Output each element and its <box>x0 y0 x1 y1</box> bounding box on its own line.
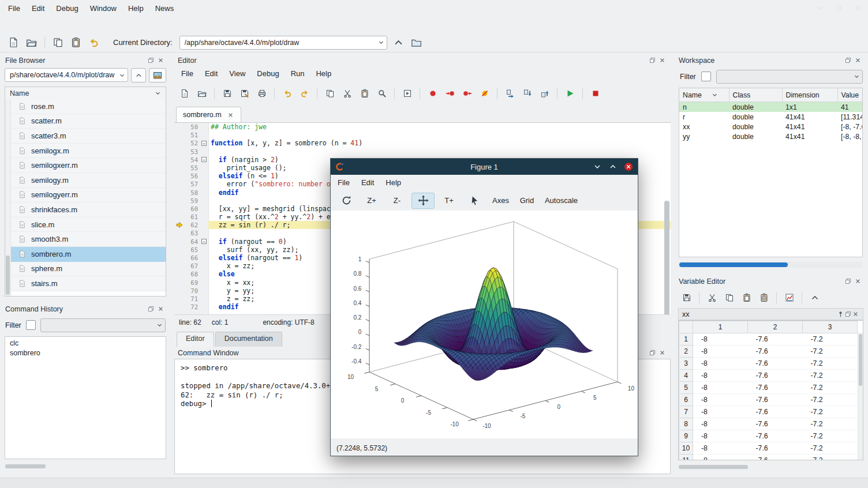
editor-menu-item-view[interactable]: View <box>223 66 251 81</box>
menu-item-debug[interactable]: Debug <box>50 1 84 16</box>
variable-cell[interactable]: -8 <box>693 382 748 394</box>
maximize-button[interactable] <box>835 3 844 13</box>
workspace-row[interactable]: xxdouble41x41[-8, -7.6 <box>679 122 862 132</box>
file-list-scrollbar[interactable] <box>5 99 11 296</box>
variable-cell[interactable]: -7.2 <box>803 358 858 370</box>
undock-button[interactable] <box>843 55 853 65</box>
editor-scrollbar[interactable] <box>664 195 669 296</box>
file-item[interactable]: semilogy.m <box>11 173 166 188</box>
row-header[interactable]: 4 <box>679 370 693 382</box>
paste-button[interactable] <box>68 35 84 50</box>
open-folder-button[interactable] <box>194 86 209 101</box>
scrollbar-handle[interactable] <box>679 262 788 267</box>
figure-titlebar[interactable]: Figure 1 <box>331 159 638 175</box>
step-button[interactable] <box>502 86 518 101</box>
redo-button[interactable] <box>297 86 312 101</box>
print-button[interactable] <box>254 86 270 101</box>
row-header[interactable]: 6 <box>679 394 693 406</box>
pan-tool[interactable] <box>411 193 435 209</box>
file-item[interactable]: sphere.m <box>11 262 166 277</box>
cut-button[interactable] <box>704 290 720 305</box>
row-header[interactable]: 2 <box>679 346 693 358</box>
variable-cell[interactable]: -8 <box>693 394 748 406</box>
workspace-column-header-value[interactable]: Value <box>837 88 862 102</box>
row-header[interactable]: 8 <box>679 418 693 430</box>
variable-cell[interactable]: -7.6 <box>748 358 803 370</box>
close-figure-button[interactable] <box>624 162 633 171</box>
variable-cell[interactable]: -7.6 <box>748 370 803 382</box>
undock-button[interactable] <box>648 55 657 65</box>
menu-item-edit[interactable]: Edit <box>26 1 50 16</box>
step-in-button[interactable] <box>519 86 535 101</box>
scrollbar-handle[interactable] <box>664 201 669 315</box>
variable-cell[interactable]: -7.6 <box>748 382 803 394</box>
fold-margin[interactable]: − <box>201 156 208 164</box>
breakpoint-next-button[interactable] <box>442 86 458 101</box>
variable-table-hscrollbar[interactable] <box>678 464 863 470</box>
workspace-filter-combobox[interactable] <box>716 70 863 84</box>
variable-cell[interactable]: -7.2 <box>803 346 858 358</box>
editor-menu-item-help[interactable]: Help <box>310 66 337 81</box>
close-panel-button[interactable] <box>853 55 863 65</box>
row-header[interactable]: 3 <box>679 358 693 370</box>
copy-button[interactable] <box>721 290 737 305</box>
variable-cell[interactable]: -7.6 <box>748 430 803 442</box>
variable-cell[interactable]: -7.2 <box>803 418 858 430</box>
save-button[interactable] <box>219 86 235 101</box>
fold-collapse-icon[interactable]: − <box>201 141 207 146</box>
tab-sombrero[interactable]: sombrero.m <box>176 107 241 122</box>
paste-button[interactable] <box>739 290 754 305</box>
figure-plot-canvas[interactable]: -10-50510-10-50510-0.4-0.200.20.40.60.81 <box>331 211 638 438</box>
variable-column-header[interactable]: 1 <box>693 321 748 333</box>
variable-column-header[interactable]: 3 <box>803 321 858 333</box>
workspace-row[interactable]: yydouble41x41[-8, -8, <box>679 132 862 141</box>
figure-window[interactable]: Figure 1 FileEditHelp Z+Z-T+AxesGridAuto… <box>330 158 638 456</box>
copy-button[interactable] <box>322 86 338 101</box>
undock-button[interactable] <box>146 55 156 65</box>
editor-menu-item-debug[interactable]: Debug <box>251 66 285 81</box>
variable-table-vscrollbar[interactable] <box>858 333 863 460</box>
variable-cell[interactable]: -8 <box>693 418 748 430</box>
variable-cell[interactable]: -7.6 <box>748 442 803 455</box>
workspace-scrollbar[interactable] <box>679 262 863 268</box>
select-tool[interactable] <box>463 193 485 208</box>
variable-cell[interactable]: -7.2 <box>803 455 858 461</box>
breakpoint-clear-button[interactable] <box>477 86 492 101</box>
open-folder-button[interactable] <box>24 35 39 50</box>
editor-menu-item-run[interactable]: Run <box>285 66 310 81</box>
variable-cell[interactable]: -7.6 <box>748 333 803 346</box>
minimize-button[interactable] <box>816 3 825 13</box>
row-header[interactable]: 1 <box>679 333 693 346</box>
fold-collapse-icon[interactable]: − <box>201 239 207 244</box>
workspace-row[interactable]: ndouble1x141 <box>679 102 862 112</box>
undock-button[interactable] <box>843 276 853 286</box>
file-item[interactable]: rose.m <box>11 99 166 114</box>
undock-button[interactable] <box>648 348 657 358</box>
close-tab-icon[interactable] <box>227 111 234 119</box>
workspace-column-header-class[interactable]: Class <box>729 88 782 102</box>
menu-item-news[interactable]: News <box>149 1 180 16</box>
row-header[interactable]: 10 <box>679 442 693 455</box>
fold-margin[interactable]: − <box>201 139 208 147</box>
variable-cell[interactable]: -8 <box>693 442 748 455</box>
row-header[interactable]: 9 <box>679 430 693 442</box>
undock-button[interactable] <box>146 304 156 314</box>
chevron-up-button[interactable] <box>391 35 406 50</box>
file-item[interactable]: smooth3.m <box>11 232 166 247</box>
scrollbar-handle[interactable] <box>5 464 46 468</box>
close-panel-button[interactable] <box>156 304 166 314</box>
close-panel-button[interactable] <box>657 348 667 358</box>
folder-button[interactable] <box>409 35 424 50</box>
menu-item-file[interactable]: File <box>2 1 26 16</box>
chevron-up-button[interactable] <box>807 290 822 305</box>
variable-cell[interactable]: -7.2 <box>803 370 858 382</box>
run-cell-button[interactable] <box>399 86 415 101</box>
file-browser-path-combobox[interactable]: p/share/octave/4.4.0/m/plot/draw <box>5 68 128 82</box>
file-item[interactable]: sombrero.m <box>11 247 166 262</box>
variable-cell[interactable]: -8 <box>693 346 748 358</box>
scrollbar-handle[interactable] <box>859 334 862 386</box>
file-item[interactable]: semilogyerr.m <box>11 188 166 203</box>
fold-margin[interactable]: − <box>201 238 208 246</box>
close-panel-button[interactable] <box>156 55 166 65</box>
browse-directories-button[interactable] <box>149 68 166 82</box>
